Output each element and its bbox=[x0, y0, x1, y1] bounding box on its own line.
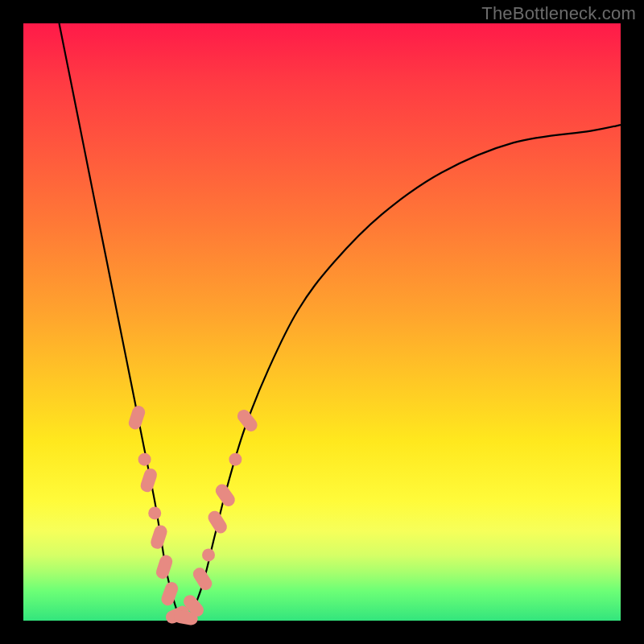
marker-group bbox=[127, 404, 260, 626]
chart-svg bbox=[23, 23, 621, 621]
data-marker bbox=[235, 407, 260, 434]
data-marker bbox=[229, 453, 242, 466]
data-marker bbox=[191, 565, 214, 592]
data-marker bbox=[159, 580, 180, 608]
chart-plot-area bbox=[23, 23, 621, 621]
data-marker bbox=[127, 404, 147, 431]
chart-frame: TheBottleneck.com bbox=[0, 0, 644, 644]
data-marker bbox=[202, 548, 215, 561]
data-marker bbox=[155, 553, 174, 580]
data-marker bbox=[149, 523, 168, 550]
data-marker bbox=[213, 481, 237, 509]
data-marker bbox=[148, 506, 161, 519]
data-marker bbox=[138, 453, 151, 466]
watermark-text: TheBottleneck.com bbox=[481, 3, 636, 24]
data-marker bbox=[139, 467, 159, 493]
bottleneck-curve bbox=[60, 23, 621, 621]
data-marker bbox=[205, 509, 229, 536]
